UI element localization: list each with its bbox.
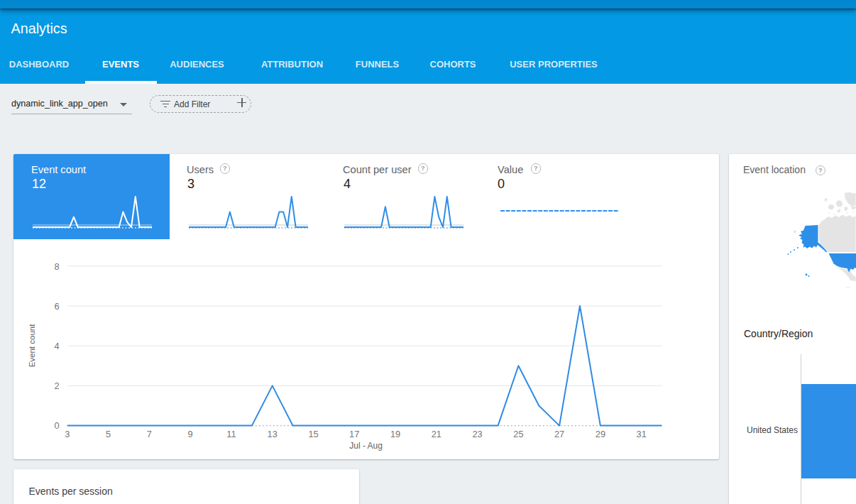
- svg-text:23: 23: [472, 429, 482, 439]
- svg-text:31: 31: [637, 429, 647, 439]
- svg-text:13: 13: [268, 429, 278, 439]
- svg-text:21: 21: [432, 429, 441, 439]
- svg-text:Jul - Aug: Jul - Aug: [349, 441, 383, 451]
- svg-text:15: 15: [308, 429, 318, 439]
- svg-text:5: 5: [106, 429, 111, 439]
- svg-text:19: 19: [390, 429, 400, 439]
- svg-text:27: 27: [554, 429, 564, 439]
- svg-text:2: 2: [54, 380, 59, 391]
- svg-text:25: 25: [513, 429, 523, 439]
- svg-text:29: 29: [596, 429, 605, 439]
- svg-text:8: 8: [54, 261, 59, 272]
- svg-text:3: 3: [65, 429, 70, 439]
- svg-text:17: 17: [349, 429, 359, 439]
- svg-text:0: 0: [54, 420, 59, 431]
- svg-text:7: 7: [147, 429, 152, 439]
- svg-text:6: 6: [54, 301, 59, 312]
- svg-text:Event count: Event count: [28, 324, 36, 368]
- svg-text:11: 11: [226, 429, 236, 439]
- svg-text:9: 9: [188, 429, 193, 439]
- svg-text:4: 4: [54, 341, 59, 351]
